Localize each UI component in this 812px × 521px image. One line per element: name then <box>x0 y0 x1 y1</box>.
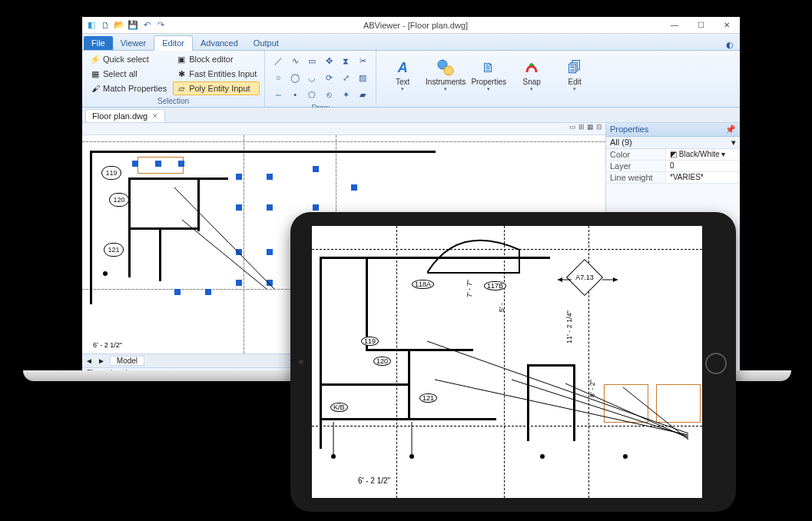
new-icon[interactable]: 🗋 <box>99 19 111 32</box>
prop-row-color[interactable]: Color ◩ Black/White ▾ <box>606 149 740 161</box>
tablet-dim-v3: 11' - 2 1/4" <box>565 310 573 343</box>
match-props-icon: 🖌 <box>90 83 101 94</box>
file-tab[interactable]: File <box>84 36 113 50</box>
draw-rotate-icon[interactable]: ⟳ <box>320 69 337 86</box>
tab-editor[interactable]: Editor <box>154 35 193 51</box>
block-editor-label: Block editor <box>189 55 233 64</box>
prop-key: Color <box>606 149 666 160</box>
edit-button[interactable]: 🗐 Edit▾ <box>553 52 596 96</box>
model-tab[interactable]: Model <box>110 356 144 366</box>
draw-circle-icon[interactable]: ○ <box>270 69 287 86</box>
ribbon-group-selection-label: Selection <box>87 96 260 105</box>
draw-arc-icon[interactable]: ◡ <box>303 69 320 86</box>
tab-output[interactable]: Output <box>246 36 287 50</box>
canvas-tool-3-icon[interactable]: ▦ <box>587 123 594 134</box>
draw-scale-icon[interactable]: ⤢ <box>337 69 354 86</box>
tablet-dim-v1: 7' - 7" <box>466 280 473 297</box>
svg-line-14 <box>565 383 688 438</box>
canvas-mini-toolbar: ▭ ⊞ ▦ ⊟ <box>82 123 605 135</box>
window-controls: — ☐ ✕ <box>661 17 740 34</box>
properties-panel-title: Properties <box>610 124 648 134</box>
prop-key: Layer <box>606 161 666 171</box>
snap-label: Snap <box>523 78 541 86</box>
draw-line-icon[interactable]: ／ <box>270 52 287 69</box>
prop-value-color: ◩ Black/White ▾ <box>666 149 740 160</box>
match-properties-button[interactable]: 🖌Match Properties <box>87 81 170 95</box>
properties-selector-label: All (9) <box>610 138 632 148</box>
tablet-canvas[interactable]: 118A 117B 119 120 121 K/B A7.13 <box>312 226 702 498</box>
tablet-dim-bottom: 6' - 2 1/2" <box>358 476 390 485</box>
properties-selector[interactable]: All (9) ▾ <box>606 137 740 149</box>
draw-explode-icon[interactable]: ✶ <box>337 86 354 103</box>
draw-polyline-icon[interactable]: ∿ <box>287 52 303 69</box>
quick-select-button[interactable]: ⚡Quick select <box>87 52 170 66</box>
tablet-camera <box>299 360 303 364</box>
document-tab[interactable]: Floor plan.dwg ✕ <box>85 109 165 122</box>
svg-line-13 <box>512 380 688 436</box>
minimize-button[interactable]: — <box>661 17 688 34</box>
draw-mirror-icon[interactable]: ⧗ <box>337 52 354 69</box>
redo-icon[interactable]: ↷ <box>154 19 167 32</box>
draw-polygon-icon[interactable]: ⬠ <box>303 86 320 103</box>
ribbon-group-draw: ／ ∿ ▭ ✥ ⧗ ✂ ○ ◯ ◡ ⟳ ⤢ ▨ ～ • ⬠ <box>265 51 376 107</box>
properties-button[interactable]: 🗎 Properties▾ <box>467 52 510 96</box>
poly-entity-button[interactable]: ▱Poly Entity Input <box>173 81 260 95</box>
text-label: Text <box>396 78 409 86</box>
app-menu-icon[interactable]: ◧ <box>85 19 98 32</box>
canvas-tool-1-icon[interactable]: ▭ <box>569 123 576 134</box>
document-tab-close-icon[interactable]: ✕ <box>152 112 158 120</box>
draw-move-icon[interactable]: ✥ <box>320 52 337 69</box>
maximize-button[interactable]: ☐ <box>688 17 714 34</box>
svg-line-11 <box>427 341 688 433</box>
quick-access-toolbar: ◧ 🗋 📂 💾 ↶ ↷ <box>82 19 170 32</box>
draw-hatch-icon[interactable]: ▨ <box>354 69 371 86</box>
draw-point-icon[interactable]: • <box>287 86 303 103</box>
tab-viewer[interactable]: Viewer <box>113 36 154 50</box>
prop-row-layer[interactable]: Layer 0 <box>606 161 740 172</box>
select-all-button[interactable]: ▦Select all <box>87 67 170 81</box>
draw-trim-icon[interactable]: ✂ <box>354 52 371 69</box>
model-next-icon[interactable]: ► <box>98 357 105 365</box>
document-tab-label: Floor plan.dwg <box>92 111 147 121</box>
instruments-label: Instruments <box>426 78 466 86</box>
open-icon[interactable]: 📂 <box>113 19 125 32</box>
svg-point-1 <box>444 66 453 75</box>
svg-point-19 <box>623 454 628 459</box>
chevron-down-icon: ▾ <box>731 138 736 148</box>
ribbon-group-selection: ⚡Quick select ▦Select all 🖌Match Propert… <box>82 51 265 107</box>
draw-rect-icon[interactable]: ▭ <box>303 52 320 69</box>
undo-icon[interactable]: ↶ <box>141 19 153 32</box>
block-editor-button[interactable]: ▣Block editor <box>173 52 260 66</box>
poly-entity-label: Poly Entity Input <box>189 84 250 93</box>
prop-value: 0 <box>666 161 740 171</box>
draw-ellipse-icon[interactable]: ◯ <box>287 69 303 86</box>
window-title: ABViewer - [Floor plan.dwg] <box>170 21 661 30</box>
ribbon-tabs: File Viewer Editor Advanced Output ◐ <box>82 34 740 51</box>
save-icon[interactable]: 💾 <box>127 19 139 32</box>
ribbon: ⚡Quick select ▦Select all 🖌Match Propert… <box>82 51 740 108</box>
canvas-tool-4-icon[interactable]: ⊟ <box>596 123 602 134</box>
draw-fill-icon[interactable]: ▰ <box>354 86 371 103</box>
prop-row-lineweight[interactable]: Line weight *VARIES* <box>606 172 740 184</box>
text-icon: A <box>393 58 413 78</box>
fast-entities-button[interactable]: ✱Fast Entities Input <box>173 67 260 81</box>
snap-button[interactable]: Snap▾ <box>510 52 553 96</box>
properties-icon: 🗎 <box>479 58 499 78</box>
text-button[interactable]: A Text▾ <box>381 52 424 96</box>
draw-offset-icon[interactable]: ⎋ <box>320 86 337 103</box>
poly-entity-icon: ▱ <box>176 83 187 94</box>
instruments-button[interactable]: Instruments▾ <box>424 52 467 96</box>
quick-select-label: Quick select <box>103 55 149 64</box>
close-button[interactable]: ✕ <box>714 17 740 34</box>
edit-icon: 🗐 <box>565 58 585 78</box>
draw-spline-icon[interactable]: ～ <box>270 86 287 103</box>
model-prev-icon[interactable]: ◄ <box>85 357 93 365</box>
fast-entities-icon: ✱ <box>176 68 187 79</box>
tab-advanced[interactable]: Advanced <box>193 36 246 50</box>
svg-point-18 <box>540 454 545 459</box>
svg-line-2 <box>174 187 274 289</box>
canvas-tool-2-icon[interactable]: ⊞ <box>578 123 585 134</box>
svg-line-12 <box>435 380 688 435</box>
help-icon[interactable]: ◐ <box>720 40 740 50</box>
properties-pin-icon[interactable]: 📌 <box>725 124 736 134</box>
